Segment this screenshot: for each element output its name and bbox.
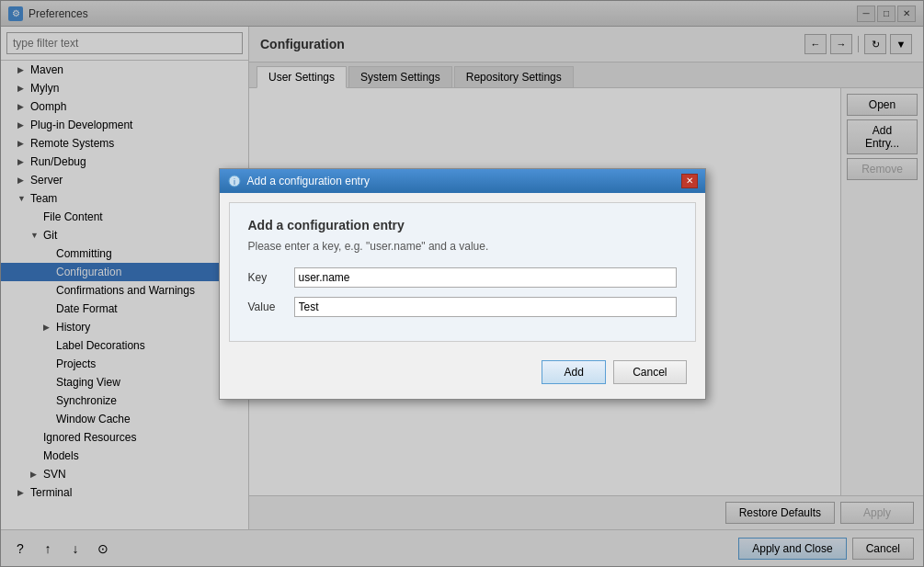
key-input[interactable] [294,267,677,288]
modal-cancel-button[interactable]: Cancel [613,360,686,384]
value-label: Value [248,301,294,313]
modal-footer: Add Cancel [220,351,705,399]
modal-titlebar: i Add a configuration entry ✕ [220,169,705,193]
value-input[interactable] [294,297,677,317]
modal-close-button[interactable]: ✕ [681,174,698,188]
modal-title: Add a configuration entry [247,175,681,187]
add-button[interactable]: Add [542,360,606,384]
modal-body: Add a configuration entry Please enter a… [229,202,696,342]
key-row: Key [248,267,677,288]
add-config-dialog: i Add a configuration entry ✕ Add a conf… [219,168,706,400]
svg-text:i: i [234,177,235,187]
modal-overlay: i Add a configuration entry ✕ Add a conf… [0,0,924,567]
modal-icon: i [227,174,242,188]
value-row: Value [248,297,677,317]
key-label: Key [248,271,294,284]
modal-description: Please enter a key, e.g. "user.name" and… [248,240,677,253]
modal-heading: Add a configuration entry [248,218,677,232]
